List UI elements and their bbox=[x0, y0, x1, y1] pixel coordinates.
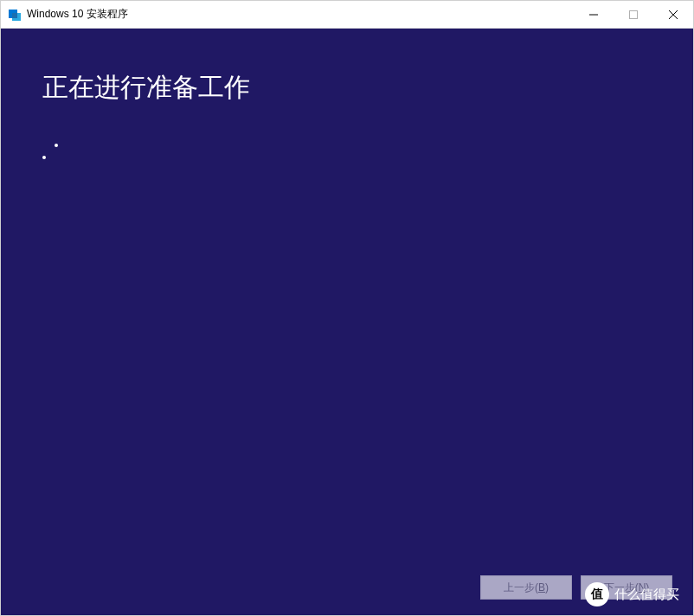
page-heading: 正在进行准备工作 bbox=[42, 70, 652, 106]
wizard-footer: 上一步(B) 下一步(N) bbox=[480, 575, 672, 600]
next-button-prefix: 下一步( bbox=[604, 581, 639, 595]
maximize-button bbox=[614, 1, 653, 28]
back-button-prefix: 上一步( bbox=[504, 581, 538, 595]
progress-spinner bbox=[35, 140, 70, 175]
back-button: 上一步(B) bbox=[480, 575, 572, 600]
back-button-accel: B bbox=[538, 581, 545, 594]
next-button-suffix: ) bbox=[646, 581, 649, 594]
content-area: 正在进行准备工作 上一步(B) 下一步(N) 值 什么值得买 bbox=[1, 29, 693, 615]
svg-rect-2 bbox=[12, 13, 17, 18]
app-icon bbox=[8, 8, 22, 22]
next-button-accel: N bbox=[639, 581, 646, 594]
installer-window: Windows 10 安装程序 正在进行准备工作 上一步(B) 下一步(N) bbox=[0, 0, 694, 616]
window-controls bbox=[574, 1, 693, 28]
svg-rect-4 bbox=[630, 10, 638, 18]
next-button: 下一步(N) bbox=[581, 575, 672, 600]
back-button-suffix: ) bbox=[545, 581, 549, 594]
close-button[interactable] bbox=[653, 1, 693, 28]
titlebar: Windows 10 安装程序 bbox=[1, 1, 693, 29]
minimize-button[interactable] bbox=[574, 1, 614, 28]
window-title: Windows 10 安装程序 bbox=[27, 7, 574, 22]
spinner-dot bbox=[42, 156, 46, 159]
spinner-dot bbox=[55, 144, 58, 147]
